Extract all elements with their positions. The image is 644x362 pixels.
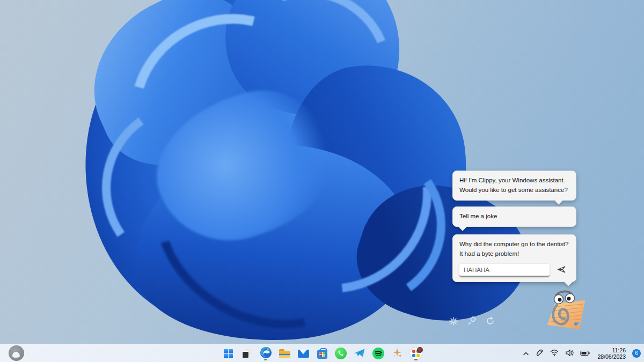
system-tray: 11:26 28/06/2023 6 [521,344,641,362]
chat-input-row [459,264,569,277]
taskbar: 11:26 28/06/2023 6 [0,344,644,362]
user-message-bubble: Tell me a joke [452,206,576,227]
task-view-button[interactable] [240,346,254,361]
bloom-wallpaper [54,0,472,362]
windows-desktop: { "wallpaper": { "name": "windows-11-blo… [0,0,644,362]
windows-logo-icon [224,349,233,358]
pin-button[interactable] [467,317,477,327]
telegram-plane-icon [353,346,366,361]
assistant-message-bubble: Hi! I'm Clippy, your Windows assistant. … [452,171,576,201]
notification-dot-icon [417,347,423,353]
pin-icon [467,316,477,327]
running-indicator [264,359,267,360]
task-view-icon [242,349,252,358]
pen-icon [536,349,544,358]
assistant-joke-bubble: Why did the computer go to the dentist? … [452,234,576,282]
spotify-icon [372,348,384,359]
clippy-character[interactable] [544,290,589,336]
spotify-button[interactable] [371,346,385,361]
whatsapp-icon [335,348,347,359]
microsoft-store-button[interactable] [315,346,329,361]
clippy-paperclip-icon [544,328,589,337]
clock[interactable]: 11:26 28/06/2023 [594,347,629,360]
tray-overflow-button[interactable] [521,346,531,361]
send-button[interactable] [555,264,567,276]
gear-icon [449,317,458,327]
wifi-icon [550,349,559,358]
start-button[interactable] [221,346,235,361]
microsoft-365-button[interactable] [409,346,423,361]
battery-button[interactable] [578,346,592,361]
assistant-joke-text: Why did the computer go to the dentist? … [459,241,568,257]
telegram-button[interactable] [353,346,367,361]
settings-button[interactable] [449,317,458,327]
wifi-button[interactable] [548,346,561,361]
running-indicator [414,359,418,360]
assistant-message-text: Hi! I'm Clippy, your Windows assistant. … [459,177,568,193]
mail-button[interactable] [296,346,310,361]
refresh-icon [486,316,495,327]
whatsapp-button[interactable] [334,346,348,361]
colorful-circle-icon [410,348,422,359]
battery-icon [580,350,590,358]
edge-button[interactable] [259,346,273,361]
chat-controls [449,317,495,327]
taskbar-center-icons [221,344,423,362]
clock-date: 28/06/2023 [597,353,626,360]
notification-count-badge[interactable]: 6 [632,349,641,358]
refresh-button[interactable] [485,317,495,327]
file-explorer-button[interactable] [277,346,291,361]
store-bag-icon [317,350,327,359]
clock-time: 11:26 [597,347,626,353]
volume-button[interactable] [563,346,576,361]
chat-input[interactable] [459,264,550,277]
info-droplet-icon[interactable] [573,320,581,328]
sparkle-icon [391,347,403,360]
paper-plane-icon [557,264,567,276]
sparkle-app-button[interactable] [390,346,404,361]
envelope-icon [298,350,309,358]
user-message-text: Tell me a joke [459,213,497,219]
chevron-up-icon [523,350,529,358]
pen-settings-button[interactable] [533,346,546,361]
folder-icon [279,349,290,358]
volume-icon [565,349,574,358]
circular-logo-icon [9,345,24,361]
